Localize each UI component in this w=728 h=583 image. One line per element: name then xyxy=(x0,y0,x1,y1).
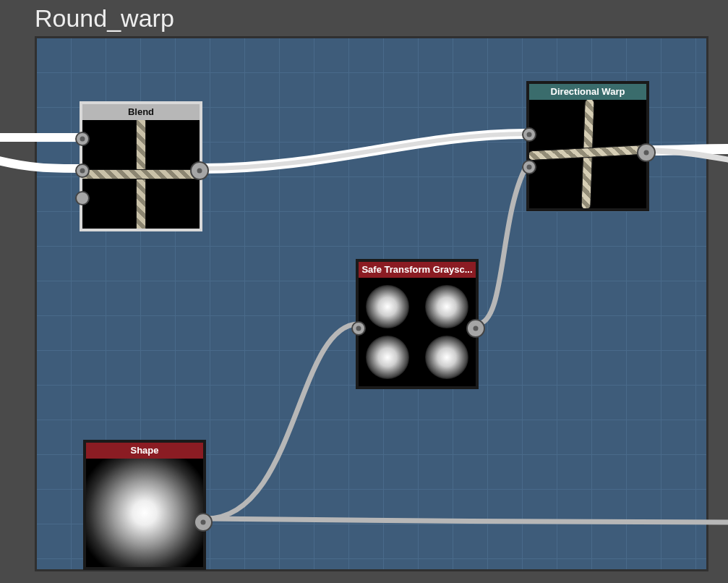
input-port-2[interactable] xyxy=(75,163,90,178)
output-port[interactable] xyxy=(194,513,213,532)
preview-rope-horizontal-icon xyxy=(82,169,200,179)
node-directional-warp-header: Directional Warp xyxy=(529,84,646,100)
node-safe-transform-preview xyxy=(359,278,476,386)
node-shape-preview xyxy=(86,459,203,567)
blob-icon xyxy=(366,336,409,379)
node-safe-transform-header: Safe Transform Graysc... xyxy=(359,262,476,278)
input-port-2[interactable] xyxy=(522,160,536,174)
node-directional-warp-preview xyxy=(529,100,646,208)
output-port[interactable] xyxy=(190,161,209,180)
node-blend[interactable]: Blend xyxy=(80,101,202,231)
blob-icon xyxy=(425,336,468,379)
input-port[interactable] xyxy=(351,321,366,336)
frame-title: Round_warp xyxy=(35,4,174,33)
node-shape[interactable]: Shape xyxy=(83,440,206,570)
output-port[interactable] xyxy=(637,143,656,162)
node-shape-header: Shape xyxy=(86,443,203,459)
radial-gradient-icon xyxy=(86,459,203,567)
input-port-1[interactable] xyxy=(75,132,90,146)
node-safe-transform-grayscale[interactable]: Safe Transform Graysc... xyxy=(356,259,479,389)
input-port-3[interactable] xyxy=(75,191,90,205)
blob-icon xyxy=(366,285,409,328)
output-port[interactable] xyxy=(466,319,485,338)
node-directional-warp[interactable]: Directional Warp xyxy=(526,81,649,211)
input-port-1[interactable] xyxy=(522,127,536,142)
blob-icon xyxy=(425,285,468,328)
node-blend-header: Blend xyxy=(82,104,200,120)
node-blend-preview xyxy=(82,120,200,229)
